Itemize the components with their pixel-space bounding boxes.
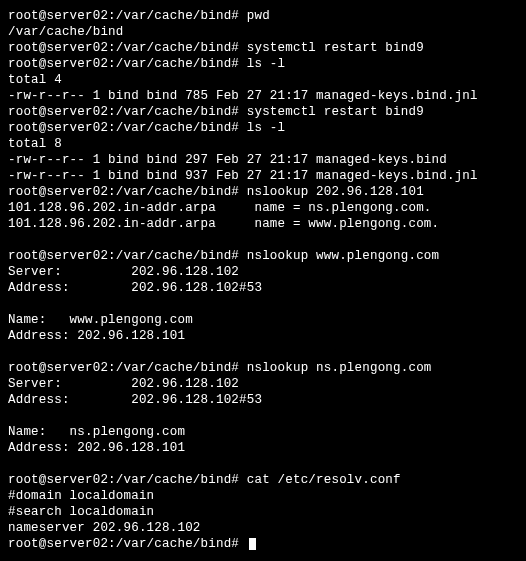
terminal-line: root@server02:/var/cache/bind# ls -l	[8, 121, 285, 135]
terminal-line: root@server02:/var/cache/bind# ls -l	[8, 57, 285, 71]
terminal-line: total 8	[8, 137, 62, 151]
terminal-line: 101.128.96.202.in-addr.arpa name = ns.pl…	[8, 201, 432, 215]
terminal-line: root@server02:/var/cache/bind# systemctl…	[8, 105, 424, 119]
terminal-line: root@server02:/var/cache/bind# cat /etc/…	[8, 473, 401, 487]
terminal-line: Name: www.plengong.com	[8, 313, 193, 327]
terminal-line: total 4	[8, 73, 62, 87]
terminal-prompt-line: root@server02:/var/cache/bind#	[8, 537, 247, 551]
terminal-line: 101.128.96.202.in-addr.arpa name = www.p…	[8, 217, 439, 231]
terminal-output[interactable]: root@server02:/var/cache/bind# pwd /var/…	[0, 0, 526, 560]
terminal-line: Server: 202.96.128.102	[8, 265, 239, 279]
terminal-line: root@server02:/var/cache/bind# nslookup …	[8, 361, 432, 375]
terminal-line: Address: 202.96.128.101	[8, 441, 185, 455]
cursor-icon	[249, 538, 256, 550]
terminal-line: root@server02:/var/cache/bind# nslookup …	[8, 185, 424, 199]
terminal-line: Address: 202.96.128.101	[8, 329, 185, 343]
terminal-line: Name: ns.plengong.com	[8, 425, 185, 439]
terminal-line: -rw-r--r-- 1 bind bind 297 Feb 27 21:17 …	[8, 153, 447, 167]
terminal-line: Address: 202.96.128.102#53	[8, 281, 262, 295]
terminal-line: -rw-r--r-- 1 bind bind 785 Feb 27 21:17 …	[8, 89, 478, 103]
terminal-line: -rw-r--r-- 1 bind bind 937 Feb 27 21:17 …	[8, 169, 478, 183]
terminal-line: root@server02:/var/cache/bind# systemctl…	[8, 41, 424, 55]
terminal-line: nameserver 202.96.128.102	[8, 521, 201, 535]
terminal-line: #search localdomain	[8, 505, 154, 519]
terminal-line: Server: 202.96.128.102	[8, 377, 239, 391]
terminal-line: root@server02:/var/cache/bind# nslookup …	[8, 249, 439, 263]
terminal-line: /var/cache/bind	[8, 25, 124, 39]
terminal-line: root@server02:/var/cache/bind# pwd	[8, 9, 270, 23]
terminal-line: #domain localdomain	[8, 489, 154, 503]
terminal-line: Address: 202.96.128.102#53	[8, 393, 262, 407]
